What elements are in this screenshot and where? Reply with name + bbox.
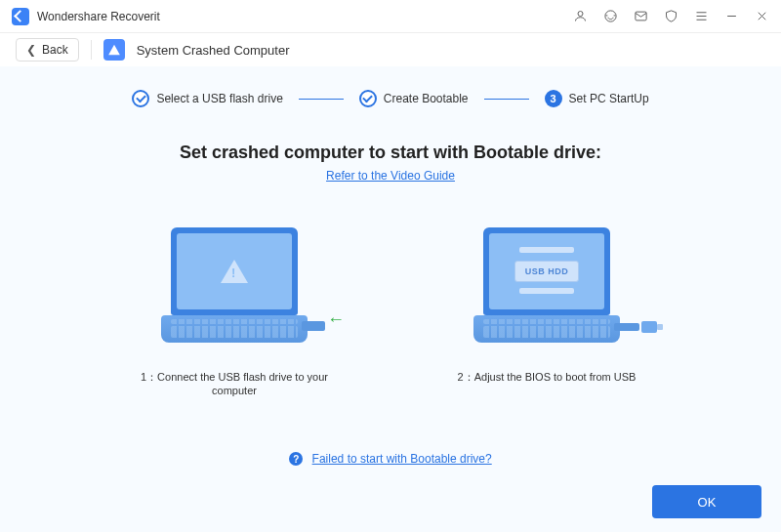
illustration-row: ← 1：Connect the USB flash drive to your … [39,212,742,396]
app-logo-icon [12,8,29,25]
account-icon[interactable] [573,9,588,23]
system-crash-icon [103,39,125,61]
step-label: Set PC StartUp [569,92,649,105]
back-button[interactable]: ❮ Back [16,38,79,61]
support-icon[interactable] [603,9,618,23]
wizard-steps: Select a USB flash drive Create Bootable… [39,90,742,107]
step-label: Create Bootable [384,92,469,105]
step-number-icon: 3 [545,90,562,107]
illustration-1: ← 1：Connect the USB flash drive to your … [127,212,342,396]
help-row: ? Failed to start with Bootable drive? [0,452,781,467]
usb-stick-icon [641,321,657,333]
laptop-bios-usb-icon: USB HDD [459,212,635,358]
step-2: Create Bootable [359,90,469,107]
titlebar: Wondershare Recoverit [0,0,781,33]
step-1: Select a USB flash drive [132,90,282,107]
content-area: Select a USB flash drive Create Bootable… [0,66,781,532]
svg-point-1 [605,11,616,21]
mode-label: System Crashed Computer [137,43,290,58]
ok-button[interactable]: OK [652,485,761,518]
page-title: Set crashed computer to start with Boota… [39,143,742,163]
check-icon [132,90,149,107]
svg-point-0 [578,12,583,17]
usb-hdd-label: USB HDD [514,261,579,282]
step-connector [299,99,344,100]
warning-icon [221,260,248,283]
back-label: Back [42,43,68,57]
video-guide-link[interactable]: Refer to the Video Guide [39,169,742,183]
mail-icon[interactable] [634,9,648,23]
svg-rect-2 [636,12,646,20]
illustration-caption: 2：Adjust the BIOS to boot from USB [458,370,637,385]
minimize-icon[interactable] [724,9,739,23]
breadcrumb-bar: ❮ Back System Crashed Computer [0,33,781,66]
shield-icon[interactable] [664,9,678,23]
menu-icon[interactable] [694,9,709,23]
app-title: Wondershare Recoverit [37,10,573,23]
check-icon [359,90,377,107]
close-icon[interactable] [755,9,769,23]
step-label: Select a USB flash drive [156,92,282,105]
arrow-left-icon: ← [327,309,345,330]
help-link[interactable]: Failed to start with Bootable drive? [312,452,492,466]
illustration-2: USB HDD 2：Adjust the BIOS to boot from U… [439,212,654,396]
help-icon: ? [289,452,303,466]
illustration-caption: 1：Connect the USB flash drive to your co… [127,370,342,396]
step-3: 3 Set PC StartUp [545,90,649,107]
step-connector [484,99,529,100]
laptop-connect-usb-icon: ← [146,212,322,358]
chevron-left-icon: ❮ [26,43,36,57]
divider [91,40,92,60]
window-controls [573,9,769,23]
